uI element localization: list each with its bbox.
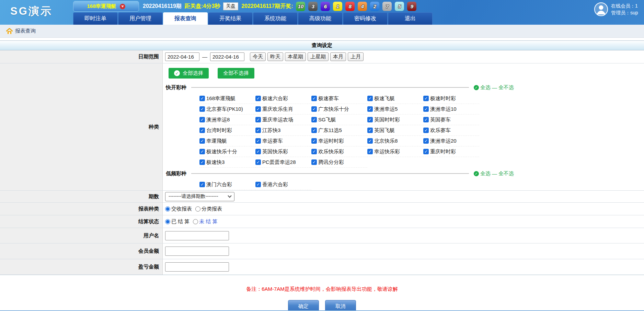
confirm-button[interactable]: 确定 <box>288 300 319 311</box>
settle-status-row: 结算状态 已 结 算未 结 算 <box>0 215 644 228</box>
close-market-button[interactable]: 关盘 <box>223 2 238 10</box>
lottery-checkbox-香港六合彩[interactable]: ✓香港六合彩 <box>255 179 311 190</box>
lottery-checkbox-SG飞艇[interactable]: ✓SG飞艇 <box>311 115 367 125</box>
checkbox-grid: ✓澳门六合彩✓香港六合彩 <box>199 179 514 190</box>
checkbox-label: PC蛋蛋幸运28 <box>262 159 296 166</box>
lottery-checkbox-澳洲幸运5[interactable]: ✓澳洲幸运5 <box>367 104 423 115</box>
checkbox-label: 英国赛车 <box>430 117 451 123</box>
checkbox-checked-icon: ✓ <box>199 128 205 133</box>
checkbox-checked-icon: ✓ <box>255 149 261 154</box>
lottery-checkbox-澳洲幸运8[interactable]: ✓澳洲幸运8 <box>199 115 255 125</box>
radio-分类报表[interactable]: 分类报表 <box>195 206 222 212</box>
checkbox-label: SG飞艇 <box>318 117 336 123</box>
draw-info-bar: 20220416119期 距关盘:4分3秒 关盘 20220416117期开奖:… <box>143 1 416 11</box>
report-type-options: 交收报表分类报表 <box>163 203 644 215</box>
tab-用户管理[interactable]: 用户管理 <box>118 12 163 25</box>
lottery-checkbox-英国赛车[interactable]: ✓英国赛车 <box>423 115 479 125</box>
member-amount-label: 会员金额 <box>0 243 163 259</box>
breadcrumb: 报表查询 <box>0 25 644 38</box>
member-amount-input[interactable] <box>165 247 229 256</box>
breadcrumb-label: 报表查询 <box>15 28 36 34</box>
date-range-label: 日期范围 <box>0 50 163 63</box>
issue-select[interactable]: --------请选择期数-------- <box>165 192 234 201</box>
radio-icon <box>193 219 198 224</box>
lottery-checkbox-澳门六合彩[interactable]: ✓澳门六合彩 <box>199 179 255 190</box>
radio-未 结 算[interactable]: 未 结 算 <box>193 218 217 225</box>
tab-系统功能[interactable]: 系统功能 <box>253 12 298 25</box>
lottery-checkbox-英国快乐彩[interactable]: ✓英国快乐彩 <box>255 146 311 157</box>
quick-button-上月[interactable]: 上月 <box>348 52 364 61</box>
cancel-button[interactable]: 取消 <box>325 300 356 311</box>
query-form: 查询设定 日期范围 — 今天昨天本星期上星期本月上月 种类 ✓ 全部选择 全 <box>0 40 644 275</box>
lottery-checkbox-幸运赛车[interactable]: ✓幸运赛车 <box>255 136 311 146</box>
lottery-checkbox-PC蛋蛋幸运28[interactable]: ✓PC蛋蛋幸运28 <box>255 157 311 168</box>
lottery-checkbox-广东11选5[interactable]: ✓广东11选5 <box>311 125 367 136</box>
lottery-checkbox-幸运快乐彩[interactable]: ✓幸运快乐彩 <box>367 146 423 157</box>
lottery-checkbox-重庆时时彩[interactable]: ✓重庆时时彩 <box>423 146 479 157</box>
username-input[interactable] <box>165 231 229 240</box>
select-all-link[interactable]: 全选 <box>480 84 491 91</box>
lottery-checkbox-极速赛车[interactable]: ✓极速赛车 <box>311 93 367 104</box>
select-all-button[interactable]: ✓ 全部选择 <box>169 68 209 79</box>
checkbox-grid: ✓168幸運飛艇✓极速六合彩✓极速赛车✓极速飞艇✓极速时时彩✓北京赛车(PK10… <box>199 93 514 168</box>
tab-报表查询[interactable]: 报表查询 <box>163 12 208 25</box>
quick-button-昨天[interactable]: 昨天 <box>267 52 283 61</box>
lottery-checkbox-北京快乐8[interactable]: ✓北京快乐8 <box>367 136 423 146</box>
radio-已 结 算[interactable]: 已 结 算 <box>165 218 189 225</box>
section-title: 低频彩种 <box>166 170 186 177</box>
quick-button-本月[interactable]: 本月 <box>330 52 346 61</box>
checkbox-checked-icon: ✓ <box>199 159 205 165</box>
deselect-all-link[interactable]: 全不选 <box>498 84 514 91</box>
check-circle-icon: ✓ <box>474 85 479 90</box>
lottery-checkbox-168幸運飛艇[interactable]: ✓168幸運飛艇 <box>199 93 255 104</box>
lottery-checkbox-台湾时时彩[interactable]: ✓台湾时时彩 <box>199 125 255 136</box>
lottery-checkbox-澳洲幸运20[interactable]: ✓澳洲幸运20 <box>423 136 479 146</box>
lottery-checkbox-欢乐快乐彩[interactable]: ✓欢乐快乐彩 <box>311 146 367 157</box>
lottery-checkbox-北京赛车(PK10)[interactable]: ✓北京赛车(PK10) <box>199 104 255 115</box>
lottery-checkbox-极速飞艇[interactable]: ✓极速飞艇 <box>367 93 423 104</box>
quick-button-今天[interactable]: 今天 <box>250 52 266 61</box>
deselect-all-button[interactable]: 全部不选择 <box>218 68 254 79</box>
divider-line <box>191 87 469 88</box>
checkbox-label: 广东11选5 <box>318 127 342 134</box>
tab-退出[interactable]: 退出 <box>388 12 433 25</box>
profit-amount-input[interactable] <box>165 262 229 272</box>
tab-即时注单[interactable]: 即时注单 <box>73 12 118 25</box>
checkbox-label: 极速飞艇 <box>374 95 395 102</box>
lottery-checkbox-极速时时彩[interactable]: ✓极速时时彩 <box>423 93 479 104</box>
lottery-checkbox-英国时时彩[interactable]: ✓英国时时彩 <box>367 115 423 125</box>
lottery-checkbox-幸运时时彩[interactable]: ✓幸运时时彩 <box>311 136 367 146</box>
date-from-input[interactable] <box>165 52 199 61</box>
quick-button-上星期[interactable]: 上星期 <box>308 52 329 61</box>
lottery-checkbox-澳洲幸运10[interactable]: ✓澳洲幸运10 <box>423 104 479 115</box>
lottery-selector[interactable]: 168幸運飛艇 <box>73 1 139 12</box>
lottery-checkbox-江苏快3[interactable]: ✓江苏快3 <box>255 125 311 136</box>
checkbox-checked-icon: ✓ <box>423 96 429 101</box>
radio-label: 已 结 算 <box>171 218 189 225</box>
lottery-checkbox-重庆幸运农场[interactable]: ✓重庆幸运农场 <box>255 115 311 125</box>
lottery-checkbox-极速快3[interactable]: ✓极速快3 <box>199 157 255 168</box>
tab-高级功能[interactable]: 高级功能 <box>298 12 343 25</box>
date-to-input[interactable] <box>210 52 244 61</box>
date-separator: — <box>202 54 207 60</box>
checkbox-label: 澳门六合彩 <box>206 181 232 188</box>
lottery-checkbox-腾讯分分彩[interactable]: ✓腾讯分分彩 <box>311 157 367 168</box>
lottery-checkbox-英国飞艇[interactable]: ✓英国飞艇 <box>367 125 423 136</box>
lottery-checkbox-极速六合彩[interactable]: ✓极速六合彩 <box>255 93 311 104</box>
lottery-checkbox-广东快乐十分[interactable]: ✓广东快乐十分 <box>311 104 367 115</box>
user-info: 在线会员：1 管理员：sup <box>594 2 644 16</box>
radio-交收报表[interactable]: 交收报表 <box>165 206 192 212</box>
lottery-checkbox-极速快乐十分[interactable]: ✓极速快乐十分 <box>199 146 255 157</box>
quick-button-本星期[interactable]: 本星期 <box>285 52 306 61</box>
lottery-checkbox-重庆欢乐生肖[interactable]: ✓重庆欢乐生肖 <box>255 104 311 115</box>
select-all-link[interactable]: 全选 <box>480 170 491 177</box>
username-row: 用户名 <box>0 228 644 243</box>
lottery-checkbox-欢乐赛车[interactable]: ✓欢乐赛车 <box>423 125 479 136</box>
deselect-all-link[interactable]: 全不选 <box>498 170 514 177</box>
tab-开奖结果[interactable]: 开奖结果 <box>208 12 253 25</box>
lottery-checkbox-幸運飛艇[interactable]: ✓幸運飛艇 <box>199 136 255 146</box>
checkbox-label: 英国时时彩 <box>374 117 400 123</box>
checkbox-label: 重庆欢乐生肖 <box>262 106 293 112</box>
tab-密码修改[interactable]: 密码修改 <box>343 12 388 25</box>
checkbox-checked-icon: ✓ <box>367 128 373 133</box>
